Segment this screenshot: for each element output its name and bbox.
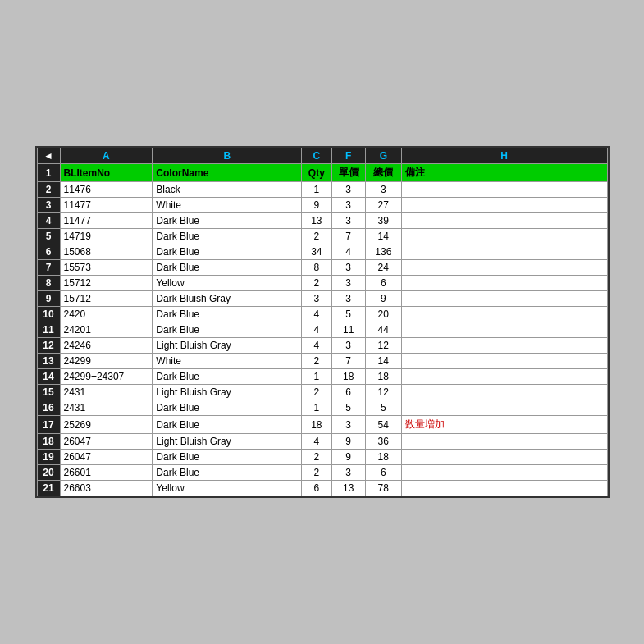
header-blitemno[interactable]: BLItemNo xyxy=(60,164,153,182)
cell-qty[interactable]: 3 xyxy=(302,291,331,307)
cell-unit-price[interactable]: 3 xyxy=(331,465,365,481)
cell-total-price[interactable]: 18 xyxy=(365,369,401,385)
header-qty[interactable]: Qty xyxy=(302,164,331,182)
col-header-f[interactable]: F xyxy=(331,148,365,164)
cell-note[interactable] xyxy=(401,322,607,338)
cell-unit-price[interactable]: 3 xyxy=(331,213,365,229)
cell-colorname[interactable]: Light Bluish Gray xyxy=(153,385,302,400)
cell-unit-price[interactable]: 3 xyxy=(331,182,365,198)
cell-colorname[interactable]: Yellow xyxy=(153,276,302,291)
cell-total-price[interactable]: 24 xyxy=(365,260,401,276)
cell-qty[interactable]: 2 xyxy=(302,229,331,244)
cell-note[interactable] xyxy=(401,276,607,291)
cell-note[interactable] xyxy=(401,465,607,481)
cell-note[interactable] xyxy=(401,369,607,385)
cell-note[interactable] xyxy=(401,291,607,307)
cell-unit-price[interactable]: 7 xyxy=(331,354,365,369)
cell-note[interactable] xyxy=(401,307,607,322)
cell-blitemno[interactable]: 2431 xyxy=(60,385,153,400)
cell-qty[interactable]: 1 xyxy=(302,369,331,385)
cell-blitemno[interactable]: 2420 xyxy=(60,307,153,322)
cell-colorname[interactable]: Dark Blue xyxy=(153,465,302,481)
cell-note[interactable] xyxy=(401,244,607,260)
cell-total-price[interactable]: 14 xyxy=(365,229,401,244)
cell-qty[interactable]: 2 xyxy=(302,354,331,369)
cell-colorname[interactable]: White xyxy=(153,198,302,213)
cell-unit-price[interactable]: 3 xyxy=(331,338,365,354)
cell-total-price[interactable]: 136 xyxy=(365,244,401,260)
col-header-c[interactable]: C xyxy=(302,148,331,164)
cell-colorname[interactable]: Dark Blue xyxy=(153,369,302,385)
cell-colorname[interactable]: Dark Blue xyxy=(153,450,302,465)
cell-colorname[interactable]: Dark Blue xyxy=(153,322,302,338)
cell-blitemno[interactable]: 11476 xyxy=(60,182,153,198)
cell-note[interactable] xyxy=(401,338,607,354)
cell-colorname[interactable]: Dark Blue xyxy=(153,416,302,434)
cell-note[interactable] xyxy=(401,434,607,450)
cell-unit-price[interactable]: 11 xyxy=(331,322,365,338)
cell-note[interactable] xyxy=(401,400,607,416)
cell-colorname[interactable]: Light Bluish Gray xyxy=(153,434,302,450)
cell-unit-price[interactable]: 3 xyxy=(331,260,365,276)
cell-blitemno[interactable]: 25269 xyxy=(60,416,153,434)
cell-blitemno[interactable]: 24201 xyxy=(60,322,153,338)
cell-note[interactable] xyxy=(401,198,607,213)
cell-unit-price[interactable]: 13 xyxy=(331,481,365,496)
cell-qty[interactable]: 4 xyxy=(302,338,331,354)
cell-colorname[interactable]: Light Bluish Gray xyxy=(153,338,302,354)
cell-blitemno[interactable]: 2431 xyxy=(60,400,153,416)
col-header-b[interactable]: B xyxy=(153,148,302,164)
cell-unit-price[interactable]: 6 xyxy=(331,385,365,400)
cell-unit-price[interactable]: 9 xyxy=(331,450,365,465)
header-total-price[interactable]: 總價 xyxy=(365,164,401,182)
cell-unit-price[interactable]: 18 xyxy=(331,369,365,385)
col-header-a[interactable]: A xyxy=(60,148,153,164)
cell-unit-price[interactable]: 5 xyxy=(331,307,365,322)
cell-colorname[interactable]: Dark Blue xyxy=(153,400,302,416)
cell-qty[interactable]: 13 xyxy=(302,213,331,229)
cell-total-price[interactable]: 5 xyxy=(365,400,401,416)
col-header-h[interactable]: H xyxy=(401,148,607,164)
cell-qty[interactable]: 2 xyxy=(302,276,331,291)
cell-total-price[interactable]: 14 xyxy=(365,354,401,369)
cell-qty[interactable]: 4 xyxy=(302,307,331,322)
cell-total-price[interactable]: 6 xyxy=(365,465,401,481)
cell-note[interactable] xyxy=(401,450,607,465)
cell-unit-price[interactable]: 3 xyxy=(331,291,365,307)
cell-note[interactable] xyxy=(401,229,607,244)
cell-unit-price[interactable]: 3 xyxy=(331,276,365,291)
cell-total-price[interactable]: 20 xyxy=(365,307,401,322)
cell-colorname[interactable]: Yellow xyxy=(153,481,302,496)
cell-unit-price[interactable]: 3 xyxy=(331,198,365,213)
cell-total-price[interactable]: 36 xyxy=(365,434,401,450)
cell-blitemno[interactable]: 26047 xyxy=(60,450,153,465)
cell-qty[interactable]: 6 xyxy=(302,481,331,496)
cell-unit-price[interactable]: 5 xyxy=(331,400,365,416)
cell-blitemno[interactable]: 15068 xyxy=(60,244,153,260)
cell-blitemno[interactable]: 15712 xyxy=(60,291,153,307)
header-colorname[interactable]: ColorName xyxy=(153,164,302,182)
cell-note[interactable] xyxy=(401,354,607,369)
cell-blitemno[interactable]: 26601 xyxy=(60,465,153,481)
cell-blitemno[interactable]: 11477 xyxy=(60,213,153,229)
cell-total-price[interactable]: 18 xyxy=(365,450,401,465)
cell-qty[interactable]: 34 xyxy=(302,244,331,260)
cell-colorname[interactable]: Dark Blue xyxy=(153,229,302,244)
cell-qty[interactable]: 2 xyxy=(302,465,331,481)
header-note[interactable]: 備注 xyxy=(401,164,607,182)
cell-blitemno[interactable]: 24246 xyxy=(60,338,153,354)
cell-qty[interactable]: 18 xyxy=(302,416,331,434)
cell-total-price[interactable]: 27 xyxy=(365,198,401,213)
cell-unit-price[interactable]: 4 xyxy=(331,244,365,260)
cell-blitemno[interactable]: 24299 xyxy=(60,354,153,369)
cell-blitemno[interactable]: 26047 xyxy=(60,434,153,450)
cell-unit-price[interactable]: 9 xyxy=(331,434,365,450)
cell-qty[interactable]: 1 xyxy=(302,182,331,198)
cell-qty[interactable]: 2 xyxy=(302,385,331,400)
cell-total-price[interactable]: 3 xyxy=(365,182,401,198)
cell-unit-price[interactable]: 7 xyxy=(331,229,365,244)
cell-unit-price[interactable]: 3 xyxy=(331,416,365,434)
cell-colorname[interactable]: Dark Blue xyxy=(153,213,302,229)
cell-qty[interactable]: 4 xyxy=(302,322,331,338)
cell-total-price[interactable]: 39 xyxy=(365,213,401,229)
